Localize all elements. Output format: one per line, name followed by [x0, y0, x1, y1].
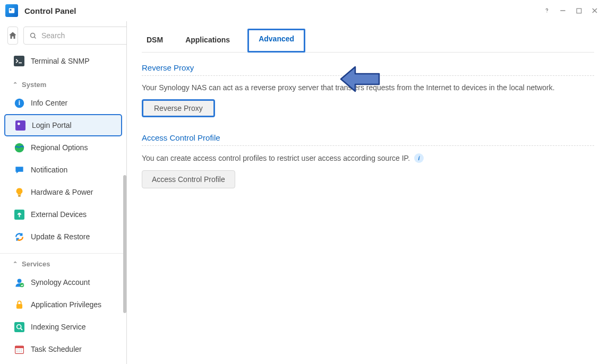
sidebar-item-regional-options[interactable]: Regional Options	[4, 136, 122, 159]
annotation-arrow-icon	[339, 66, 382, 92]
search-icon	[29, 32, 37, 40]
bulb-icon	[14, 187, 24, 197]
sidebar-item-label: Update & Restore	[31, 232, 90, 241]
svg-rect-28	[16, 351, 17, 352]
access-control-profile-button[interactable]: Access Control Profile	[142, 170, 235, 188]
svg-rect-20	[14, 322, 24, 332]
sidebar-item-label: Application Privileges	[31, 300, 101, 309]
sidebar-item-label: Notification	[31, 166, 67, 174]
sidebar-item-label: External Devices	[31, 210, 87, 219]
sidebar-item-notification[interactable]: Notification	[4, 159, 122, 181]
svg-line-8	[35, 37, 36, 38]
sidebar-item-external-devices[interactable]: External Devices	[4, 203, 122, 226]
sidebar-section-system[interactable]: ⌃ System	[0, 74, 126, 92]
maximize-button[interactable]	[571, 3, 587, 19]
sidebar-section-services[interactable]: ⌃ Services	[0, 253, 126, 271]
home-button[interactable]	[7, 27, 18, 45]
svg-rect-9	[14, 56, 24, 66]
info-icon[interactable]: i	[414, 153, 424, 163]
divider	[142, 145, 594, 146]
info-icon: i	[14, 98, 24, 108]
sidebar-item-task-scheduler[interactable]: Task Scheduler	[4, 338, 122, 360]
terminal-icon	[14, 56, 24, 66]
window-titlebar: Control Panel	[0, 0, 609, 21]
refresh-icon	[14, 231, 24, 242]
svg-text:i: i	[18, 99, 20, 107]
globe-icon	[14, 142, 24, 153]
close-button[interactable]	[587, 3, 603, 19]
chevron-down-icon: ⌃	[13, 261, 18, 267]
svg-point-2	[546, 12, 547, 13]
tab-advanced[interactable]: Advanced	[247, 29, 305, 53]
svg-point-7	[31, 33, 35, 37]
sidebar: Terminal & SNMP ⌃ System i Info Center L…	[0, 21, 127, 364]
sidebar-item-indexing-service[interactable]: Indexing Service	[4, 316, 122, 338]
main-content: DSM Applications Advanced Reverse Proxy …	[127, 21, 609, 364]
sidebar-item-application-privileges[interactable]: Application Privileges	[4, 293, 122, 316]
search-file-icon	[14, 322, 24, 332]
svg-rect-30	[20, 351, 21, 352]
svg-rect-26	[18, 349, 19, 350]
svg-rect-12	[15, 120, 25, 131]
sidebar-item-label: Indexing Service	[31, 323, 86, 331]
sidebar-item-label: Hardware & Power	[31, 188, 93, 196]
tab-dsm[interactable]: DSM	[142, 29, 168, 52]
search-input[interactable]	[23, 27, 127, 45]
svg-point-18	[20, 283, 24, 287]
chevron-down-icon: ⌃	[13, 81, 18, 88]
svg-rect-4	[577, 8, 581, 13]
sidebar-item-label: Task Scheduler	[31, 345, 82, 353]
sidebar-item-label: Info Center	[31, 99, 67, 107]
tabs: DSM Applications Advanced	[142, 29, 594, 53]
section-title-access-control: Access Control Profile	[142, 133, 594, 142]
user-icon	[14, 277, 24, 288]
sidebar-item-info-center[interactable]: i Info Center	[4, 92, 122, 114]
svg-rect-0	[9, 8, 15, 13]
svg-point-13	[17, 122, 20, 125]
svg-rect-24	[15, 346, 23, 348]
sidebar-item-label: Regional Options	[31, 143, 88, 152]
sidebar-scrollbar[interactable]	[123, 175, 126, 313]
help-button[interactable]	[539, 3, 555, 19]
svg-rect-25	[16, 349, 17, 350]
sidebar-item-label: Synology Account	[31, 278, 90, 287]
calendar-icon	[14, 344, 24, 354]
sidebar-item-login-portal[interactable]: Login Portal	[4, 114, 122, 136]
tab-applications[interactable]: Applications	[181, 29, 235, 52]
svg-rect-15	[18, 195, 21, 196]
sidebar-item-hardware-power[interactable]: Hardware & Power	[4, 181, 122, 203]
chat-icon	[14, 164, 24, 175]
svg-rect-29	[18, 351, 19, 352]
sidebar-item-synology-account[interactable]: Synology Account	[4, 271, 122, 293]
sidebar-item-terminal-snmp[interactable]: Terminal & SNMP	[4, 50, 122, 72]
svg-point-17	[17, 279, 21, 283]
sidebar-item-label: Terminal & SNMP	[31, 57, 89, 65]
minimize-button[interactable]	[555, 3, 571, 19]
portal-icon	[15, 120, 25, 131]
window-title: Control Panel	[24, 6, 76, 15]
device-icon	[14, 209, 24, 220]
app-icon	[5, 4, 18, 17]
sidebar-item-label: Login Portal	[32, 121, 72, 129]
search-field[interactable]	[41, 31, 127, 40]
reverse-proxy-button[interactable]: Reverse Proxy	[142, 99, 215, 117]
sidebar-item-update-restore[interactable]: Update & Restore	[4, 226, 122, 248]
lock-icon	[14, 299, 24, 310]
svg-rect-27	[20, 349, 21, 350]
access-control-description: You can create access control profiles t…	[142, 153, 594, 163]
svg-rect-1	[10, 9, 12, 11]
svg-rect-19	[16, 304, 22, 308]
